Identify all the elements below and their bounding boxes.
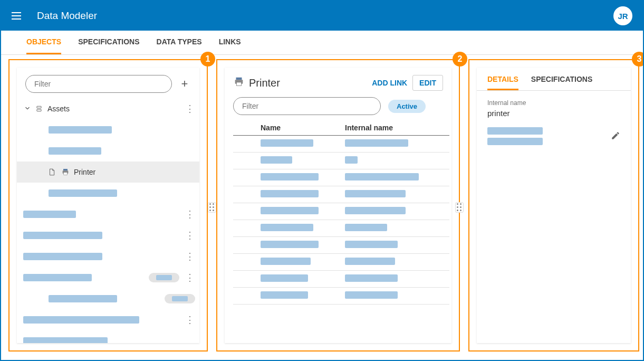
- tree-item-placeholder[interactable]: [23, 232, 102, 239]
- table-row[interactable]: [233, 271, 449, 288]
- panel-badge-2: 2: [453, 52, 467, 66]
- svg-rect-1: [37, 109, 41, 111]
- tree-item-placeholder[interactable]: [23, 316, 139, 324]
- chip-placeholder[interactable]: [165, 294, 195, 303]
- column-header-name[interactable]: Name: [261, 124, 345, 132]
- tab-links[interactable]: LINKS: [219, 31, 241, 54]
- tree-item-printer[interactable]: Printer: [74, 168, 195, 176]
- panel-badge-3: 3: [632, 52, 644, 66]
- svg-rect-5: [236, 77, 242, 80]
- detail-placeholder: [487, 138, 543, 145]
- details-tab[interactable]: DETAILS: [487, 75, 518, 90]
- printer-icon: [233, 76, 245, 90]
- user-avatar[interactable]: JR: [613, 6, 632, 25]
- tree-item-placeholder[interactable]: [49, 126, 112, 134]
- panel2-title: Printer: [249, 77, 280, 89]
- app-title: Data Modeler: [37, 10, 97, 22]
- internal-name-value: printer: [487, 109, 620, 118]
- more-icon[interactable]: ⋮: [185, 230, 195, 241]
- column-header-internal-name[interactable]: Internal name: [345, 124, 449, 132]
- more-icon[interactable]: ⋮: [185, 272, 195, 283]
- panel-badge-1: 1: [200, 52, 215, 66]
- add-link-button[interactable]: ADD LINK: [372, 79, 407, 87]
- stack-icon: [34, 105, 44, 112]
- specifications-tab[interactable]: SPECIFICATIONS: [531, 75, 592, 90]
- tree-item-placeholder[interactable]: [49, 147, 101, 155]
- table-row[interactable]: [233, 136, 449, 153]
- pencil-icon[interactable]: [611, 131, 620, 142]
- properties-filter-input[interactable]: [233, 97, 381, 115]
- more-icon[interactable]: ⋮: [185, 103, 195, 115]
- svg-rect-7: [236, 82, 241, 85]
- more-icon[interactable]: ⋮: [185, 251, 195, 262]
- chip-placeholder[interactable]: [149, 273, 179, 282]
- tab-objects[interactable]: OBJECTS: [26, 31, 61, 54]
- table-row[interactable]: [233, 288, 449, 305]
- table-row[interactable]: [233, 220, 449, 237]
- file-icon: [46, 168, 57, 176]
- add-object-button[interactable]: +: [178, 77, 191, 91]
- tree-item-placeholder[interactable]: [49, 189, 117, 197]
- internal-name-label: Internal name: [487, 99, 620, 107]
- detail-placeholder: [487, 127, 543, 135]
- table-row[interactable]: [233, 237, 449, 254]
- table-row[interactable]: [233, 169, 449, 186]
- objects-tree[interactable]: Assets ⋮ Printer ⋮: [17, 98, 199, 343]
- tree-item-placeholder[interactable]: [49, 295, 117, 302]
- table-row[interactable]: [233, 203, 449, 220]
- menu-icon[interactable]: [12, 10, 24, 22]
- more-icon[interactable]: ⋮: [185, 314, 195, 326]
- tree-root-label[interactable]: Assets: [47, 104, 185, 113]
- objects-filter-input[interactable]: [25, 75, 172, 93]
- main-tabs: OBJECTS SPECIFICATIONS DATA TYPES LINKS: [1, 31, 643, 55]
- tree-item-placeholder[interactable]: [23, 211, 76, 218]
- resize-handle[interactable]: [455, 202, 464, 213]
- tree-item-placeholder[interactable]: [23, 253, 102, 260]
- chevron-down-icon[interactable]: [21, 104, 34, 113]
- table-row[interactable]: [233, 153, 449, 169]
- tab-specifications[interactable]: SPECIFICATIONS: [78, 31, 139, 54]
- table-row[interactable]: [233, 254, 449, 271]
- table-row[interactable]: [233, 186, 449, 203]
- svg-rect-0: [37, 106, 41, 108]
- more-icon[interactable]: ⋮: [185, 208, 195, 220]
- tree-item-placeholder[interactable]: [23, 274, 92, 281]
- edit-button[interactable]: EDIT: [412, 75, 443, 91]
- resize-handle[interactable]: [208, 202, 216, 213]
- svg-rect-2: [63, 169, 68, 170]
- active-chip[interactable]: Active: [388, 100, 426, 113]
- svg-rect-4: [64, 173, 68, 175]
- tab-data-types[interactable]: DATA TYPES: [157, 31, 202, 54]
- printer-icon: [60, 168, 71, 176]
- tree-item-placeholder[interactable]: [23, 337, 108, 343]
